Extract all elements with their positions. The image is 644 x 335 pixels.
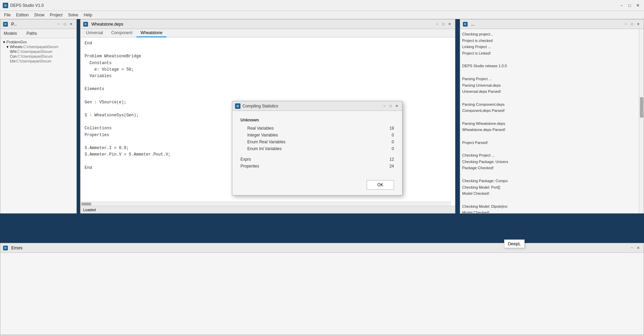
file-close-button[interactable]: ✕ (447, 21, 452, 27)
log-line-28: Checking Model: Dipole[inc (462, 203, 642, 210)
right-scrollbar-thumb[interactable] (640, 97, 643, 118)
maximize-button[interactable]: □ (626, 2, 633, 9)
log-line-25: Checking Model: Port[] (462, 184, 642, 191)
models-tab[interactable]: Models (2, 30, 18, 37)
stat-properties: Properties 24 (240, 164, 394, 169)
ok-button[interactable]: OK (367, 180, 394, 190)
dialog-title: Compiling Statistics (243, 104, 382, 108)
path-wheats: C:\Users\payas\Docum (23, 45, 58, 49)
dialog-footer: OK (232, 177, 402, 195)
tree-item-con[interactable]: Con C:\Users\payas\Docum (2, 54, 75, 59)
log-line-3: Linking Project ... (462, 44, 642, 50)
left-maximize-button[interactable]: □ (62, 21, 68, 27)
log-line-8: Parsing Project ... (462, 76, 642, 82)
right-panel-titlebar: D ... − □ ✕ (460, 19, 644, 29)
log-line-11 (462, 95, 642, 101)
menu-edition[interactable]: Edition (13, 12, 31, 18)
path-uni: C:\Users\payas\Docum (16, 59, 52, 63)
left-close-button[interactable]: ✕ (68, 21, 74, 27)
title-bar: D DEPS Studio V1.0 − □ ✕ (0, 0, 644, 11)
log-line-21: Checking Package: Univers (462, 159, 642, 165)
title-controls: − □ ✕ (618, 2, 641, 9)
log-line-23 (462, 171, 642, 178)
tree-item-wht[interactable]: Wht C:\Users\payas\Docum (2, 49, 75, 54)
left-panel-title: P... (11, 22, 56, 27)
code-line-constants: Constants (85, 60, 451, 67)
dialog-controls: − □ ✕ (382, 103, 399, 109)
code-line-variables: Variables (85, 73, 451, 79)
menu-solve[interactable]: Solve (65, 12, 81, 18)
enum-real-value: 0 (380, 140, 394, 144)
integer-variables-value: 0 (380, 133, 394, 137)
code-line-blank3 (85, 93, 451, 99)
menu-bar: File Edition Show Project Solve Help (0, 11, 644, 19)
minimize-button[interactable]: − (618, 2, 625, 9)
dialog-titlebar: D Compiling Statistics − □ ✕ (232, 101, 402, 111)
log-line-18: Project Parsed! (462, 140, 642, 146)
dialog-minimize-button[interactable]: − (382, 103, 387, 109)
log-line-29: Model Checked! (462, 209, 642, 213)
stat-unknown-header: Unknown (240, 118, 394, 124)
label-con: Con (10, 54, 17, 58)
log-line-9: Parsing Universal.deps (462, 82, 642, 89)
paths-tab[interactable]: Paths (25, 30, 39, 37)
stat-integer-variables: Integer Variables 0 (240, 133, 394, 137)
left-minimize-button[interactable]: − (56, 21, 61, 27)
bottom-panel-titlebar: D Errors − ✕ (0, 243, 644, 253)
path-con: C:\Users\payas\Docum (17, 55, 53, 58)
log-line-27 (462, 197, 642, 203)
panel-header: Models Paths (0, 29, 76, 38)
label-wht: Wht (10, 49, 17, 54)
close-button[interactable]: ✕ (634, 2, 641, 9)
file-panel-titlebar: D Wheatstone.deps − □ ✕ (80, 19, 455, 29)
log-area: Checking project... Project is checked L… (460, 29, 644, 213)
right-maximize-button[interactable]: □ (629, 21, 635, 27)
tree-item-wheats[interactable]: ▼ Wheats C:\Users\payas\Docum (2, 44, 75, 49)
horizontal-scrollbar[interactable] (80, 202, 451, 206)
file-tabs: Universal Component Wheatstone (80, 29, 455, 38)
tab-universal[interactable]: Universal (82, 29, 107, 37)
menu-file[interactable]: File (1, 12, 13, 18)
right-minimize-button[interactable]: − (623, 21, 629, 27)
dialog-close-button[interactable]: ✕ (394, 103, 399, 109)
log-line-20: Checking Project ... (462, 152, 642, 159)
stat-enum-real-variables: Enum Real Variables 0 (240, 140, 394, 144)
errors-icon: D (3, 246, 8, 250)
tree-area: ▼ ProblemGro ▼ Wheats C:\Users\payas\Doc… (0, 38, 76, 65)
code-line-blank1 (85, 47, 451, 53)
file-maximize-button[interactable]: □ (441, 21, 446, 27)
integer-variables-label: Integer Variables (240, 133, 380, 137)
log-line-22: Package Checked! (462, 165, 642, 171)
dialog-maximize-button[interactable]: □ (388, 103, 393, 109)
tab-component[interactable]: Component (107, 29, 136, 37)
menu-help[interactable]: Help (81, 12, 95, 18)
compiling-statistics-dialog[interactable]: D Compiling Statistics − □ ✕ Unknown Rea… (232, 101, 402, 195)
log-line-24: Checking Package: Compo (462, 178, 642, 184)
log-line-2: Project is checked (462, 38, 642, 44)
menu-show[interactable]: Show (31, 12, 47, 18)
scrollbar-thumb[interactable] (81, 203, 91, 205)
enum-int-label: Enum Int Variables (240, 146, 380, 151)
errors-minimize-button[interactable]: − (629, 245, 635, 251)
left-panel-icon: D (3, 22, 8, 27)
tree-item-uni[interactable]: Uni C:\Users\payas\Docum (2, 59, 75, 63)
right-close-button[interactable]: ✕ (635, 21, 641, 27)
real-variables-value: 19 (380, 126, 394, 131)
tab-wheatstone[interactable]: Wheatstone (136, 29, 166, 37)
deepl-tooltip: DeepL (504, 239, 525, 248)
log-line-4: Project is Linked! (462, 50, 642, 57)
file-minimize-button[interactable]: − (435, 21, 440, 27)
menu-project[interactable]: Project (47, 12, 65, 18)
log-line-5 (462, 57, 642, 63)
log-line-26: Model Checked! (462, 190, 642, 197)
right-scrollbar[interactable] (639, 29, 644, 213)
arrow-problemgro: ▼ (2, 40, 6, 44)
status-text: Loaded (83, 208, 96, 212)
tree-item-problemgro[interactable]: ▼ ProblemGro (2, 40, 75, 44)
log-line-16: Wheatstone.deps Parsed! (462, 127, 642, 133)
properties-value: 24 (380, 164, 394, 169)
right-panel-title: ... (471, 22, 623, 27)
errors-close-button[interactable]: ✕ (635, 245, 641, 251)
enum-int-value: 0 (380, 146, 394, 151)
log-line-10: Universal.deps Parsed! (462, 88, 642, 95)
